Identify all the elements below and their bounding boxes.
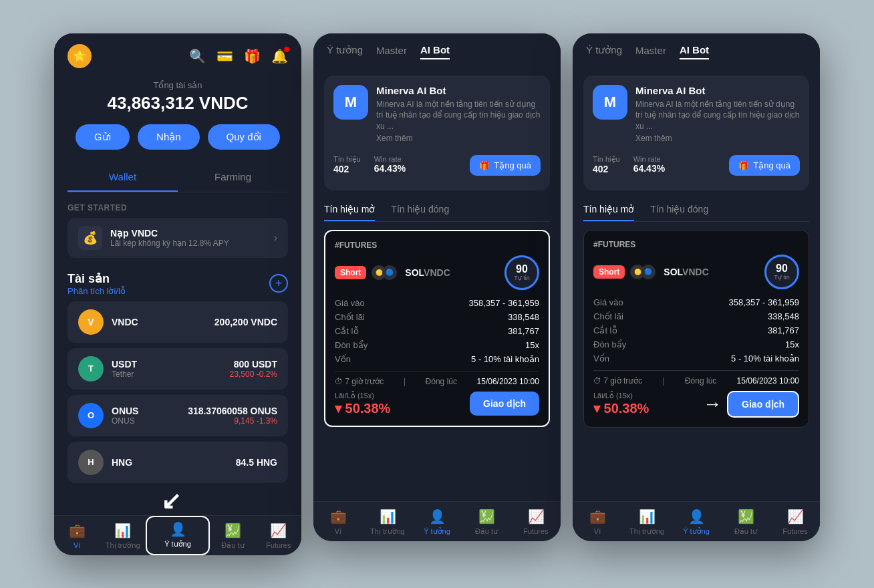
nav-market-s3[interactable]: 📊 Thị trường: [622, 502, 672, 541]
asset-amount-onus: 318.37060058 ONUS: [188, 406, 277, 416]
bot-desc: Minerva AI là một nền tảng tiên tiến sử …: [376, 99, 541, 132]
stat-signals-label-s3: Tín hiệu: [593, 155, 620, 164]
signal-card-s3[interactable]: #FUTURES Short 🟡 🔵 SOLVNDC 90 Tự tin: [583, 230, 809, 428]
aibot-header: Ý tưởng Master AI Bot: [313, 33, 561, 67]
short-badge: Short: [335, 266, 366, 279]
stat-winrate-s3: Win rate 64.43%: [633, 155, 665, 174]
aibot2-header: Ý tưởng Master AI Bot: [573, 33, 820, 67]
gift-icon[interactable]: 🎁: [244, 48, 261, 64]
tab-ideas[interactable]: Ý tưởng: [327, 44, 363, 59]
asset-vndc[interactable]: V VNDC 200,200 VNDC: [67, 301, 288, 343]
asset-onus[interactable]: O ONUS ONUS 318.37060058 ONUS 9,145 -1.3…: [67, 395, 288, 436]
receive-button[interactable]: Nhận: [138, 124, 200, 150]
notification-bell[interactable]: 🔔: [271, 48, 288, 64]
chot-lai-row: Chốt lãi 338,548: [335, 312, 539, 322]
gift-button-s3[interactable]: 🎁 Tặng quà: [729, 155, 800, 176]
nap-vndc-item[interactable]: 💰 Nạp VNDC Lãi kép không kỳ hạn 12.8% AP…: [67, 218, 288, 258]
tab-farming[interactable]: Farming: [178, 163, 288, 192]
nav-wallet-s2[interactable]: 💼 Ví: [313, 502, 363, 541]
vndc-logo: V: [78, 309, 104, 335]
asset-hng[interactable]: H HNG 84.5 HNG: [67, 442, 288, 483]
signal-card[interactable]: #FUTURES Short 🟡 🔵 SOLVNDC 90 Tự tin: [324, 230, 550, 427]
token-name: SOLVNDC: [405, 267, 450, 278]
nav-wallet-s3[interactable]: 💼 Ví: [573, 502, 622, 541]
signal-tab-closed-s3[interactable]: Tín hiệu đóng: [650, 198, 708, 221]
stat-winrate-value-s3: 64.43%: [633, 163, 665, 174]
bot-more-s3[interactable]: Xem thêm: [635, 134, 800, 143]
notification-dot: [284, 47, 289, 52]
nav-ideas-s2[interactable]: 👤 Ý tưởng: [412, 502, 462, 541]
send-button[interactable]: Gửi: [76, 124, 130, 150]
gift-button[interactable]: 🎁 Tặng quà: [470, 155, 541, 176]
asset-name-vndc: VNDC: [112, 317, 206, 327]
invest-nav-icon: 💹: [225, 523, 241, 539]
nav-ideas-s3[interactable]: 👤 Ý tưởng: [672, 502, 721, 541]
nav-wallet-label: Ví: [74, 541, 80, 549]
tab-wallet[interactable]: Wallet: [67, 163, 178, 192]
nav-market-s2[interactable]: 📊 Thị trường: [363, 502, 412, 541]
bot-stats-s3: Tín hiệu 402 Win rate 64.43%: [593, 155, 665, 174]
nav-ideas-label-s2: Ý tưởng: [424, 527, 450, 536]
bot-desc-s3: Minerva AI là một nền tảng tiên tiến sử …: [635, 99, 800, 132]
avatar[interactable]: 🌟: [67, 44, 92, 68]
tab-aibot-s3[interactable]: AI Bot: [680, 44, 709, 59]
nav-wallet-label-s3: Ví: [594, 527, 601, 535]
bot-more[interactable]: Xem thêm: [376, 134, 541, 143]
nav-ideas[interactable]: 👤 Ý tưởng: [146, 516, 210, 555]
signal-time: ⏱ 7 giờ trước: [335, 377, 384, 386]
wallet-nav-icon-s3: 💼: [589, 508, 606, 525]
stat-winrate: Win rate 64.43%: [374, 155, 406, 174]
signal-date: 15/06/2023 10:00: [477, 377, 539, 386]
signal-tab-open[interactable]: Tín hiệu mở: [324, 198, 375, 221]
trade-button[interactable]: Giao dịch: [470, 392, 539, 416]
stat-signals-s3: Tín hiệu 402: [593, 155, 620, 174]
nav-ideas-label-s3: Ý tưởng: [683, 527, 710, 536]
usdt-logo: T: [78, 356, 104, 382]
nav-futures[interactable]: 📈 Futures: [256, 516, 301, 555]
nav-market-label-s2: Thị trường: [370, 527, 405, 536]
nav-wallet[interactable]: 💼 Ví: [54, 516, 100, 555]
cat-lo-row: Cắt lỗ 381,767: [335, 326, 539, 336]
signal-pnl: Lãi/Lỗ (15x) ▾ 50.38% Giao dịch: [335, 392, 539, 416]
search-icon[interactable]: 🔍: [189, 48, 206, 64]
header-icons: 🔍 💳 🎁 🔔: [189, 48, 288, 64]
signal-tab-closed[interactable]: Tín hiệu đóng: [391, 198, 449, 221]
tab-master-s3[interactable]: Master: [635, 45, 666, 59]
nav-futures-label-s2: Futures: [523, 527, 548, 535]
signal-details: Giá vào 358,357 - 361,959 Chốt lãi 338,5…: [335, 298, 539, 364]
nap-arrow-icon: ›: [274, 232, 277, 244]
stat-signals-value-s3: 402: [593, 164, 620, 174]
gia-vao-row: Giá vào 358,357 - 361,959: [335, 298, 539, 308]
signal-tab-open-s3[interactable]: Tín hiệu mở: [583, 198, 634, 221]
nav-futures-label: Futures: [266, 541, 291, 549]
token-name-s3: SOLVNDC: [664, 267, 708, 277]
signal-footer: ⏱ 7 giờ trước | Đóng lúc 15/06/2023 10:0…: [335, 371, 539, 386]
wallet-tabs: Wallet Farming: [67, 163, 288, 192]
asset-change-usdt: 23,500 -0.2%: [230, 370, 277, 379]
stat-winrate-label: Win rate: [374, 155, 406, 163]
nav-futures-s2[interactable]: 📈 Futures: [511, 502, 561, 541]
tab-aibot[interactable]: AI Bot: [420, 44, 450, 59]
tab-ideas-s3[interactable]: Ý tưởng: [586, 44, 622, 59]
trade-button-s3[interactable]: Giao dịch: [727, 391, 799, 418]
nav-futures-s3[interactable]: 📈 Futures: [770, 502, 820, 541]
assets-title: Tài sản: [67, 271, 126, 286]
assets-header: Tài sản Phân tích lời/lỗ +: [54, 269, 301, 301]
chot-lai-row-s3: Chốt lãi 338,548: [593, 311, 799, 321]
nav-invest-label-s2: Đầu tư: [475, 527, 498, 536]
asset-usdt[interactable]: T USDT Tether 800 USDT 23,500 -0.2%: [67, 348, 288, 390]
assets-sub: Phân tích lời/lỗ: [67, 286, 126, 296]
add-asset-button[interactable]: +: [269, 274, 288, 293]
balance-section: Tổng tài sản 43,863,312 VNDC Gửi Nhận Qu…: [54, 75, 301, 163]
card-icon[interactable]: 💳: [216, 48, 233, 64]
tab-master[interactable]: Master: [376, 45, 407, 59]
nav-market[interactable]: 📊 Thị trường: [100, 516, 145, 555]
asset-name-hng: HNG: [112, 457, 228, 468]
nav-invest-s3[interactable]: 💹 Đầu tư: [721, 502, 770, 541]
nav-invest[interactable]: 💹 Đầu tư: [210, 516, 255, 555]
signal-footer-s3: ⏱ 7 giờ trước | Đóng lúc 15/06/2023 10:0…: [593, 370, 799, 386]
nav-invest-s2[interactable]: 💹 Đầu tư: [462, 502, 511, 541]
asset-amount-usdt: 800 USDT: [230, 359, 277, 370]
asset-amount-hng: 84.5 HNG: [236, 457, 277, 468]
exchange-button[interactable]: Quy đổi: [208, 124, 280, 150]
